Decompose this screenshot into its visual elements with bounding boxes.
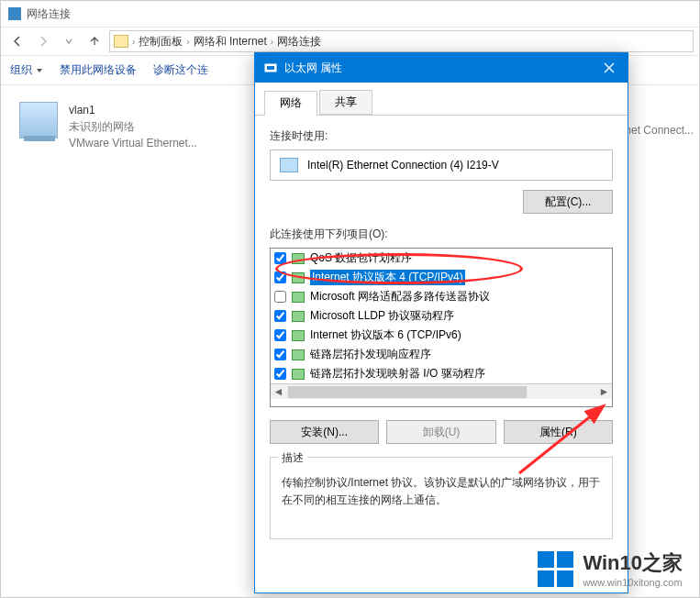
- scroll-right-button[interactable]: ►: [596, 384, 612, 400]
- watermark-url: www.win10xitong.com: [583, 577, 683, 588]
- description-text: 传输控制协议/Internet 协议。该协议是默认的广域网络协议，用于在不同的相…: [282, 474, 601, 509]
- dialog-body: 连接时使用: Intel(R) Ethernet Connection (4) …: [255, 116, 628, 552]
- item-label: Microsoft LLDP 协议驱动程序: [310, 308, 454, 324]
- configure-button[interactable]: 配置(C)...: [523, 190, 613, 214]
- list-item[interactable]: 链路层拓扑发现响应程序: [271, 345, 613, 364]
- item-label: Internet 协议版本 4 (TCP/IPv4): [310, 270, 465, 285]
- list-item[interactable]: QoS 数据包计划程序: [271, 249, 613, 268]
- item-checkbox[interactable]: [274, 291, 286, 303]
- scroll-thumb[interactable]: [288, 386, 527, 398]
- partial-text: net Connect...: [625, 124, 694, 137]
- organize-menu[interactable]: 组织: [10, 62, 43, 78]
- crumb-control-panel[interactable]: 控制面板: [139, 34, 183, 50]
- list-item[interactable]: Internet 协议版本 4 (TCP/IPv4): [271, 268, 613, 287]
- item-label: 链路层拓扑发现映射器 I/O 驱动程序: [310, 366, 485, 382]
- item-label: QoS 数据包计划程序: [310, 250, 412, 266]
- item-checkbox[interactable]: [274, 252, 286, 264]
- back-button[interactable]: [6, 30, 28, 52]
- recent-dropdown[interactable]: [58, 30, 80, 52]
- list-item[interactable]: 链路层拓扑发现映射器 I/O 驱动程序: [271, 364, 613, 383]
- item-label: 链路层拓扑发现响应程序: [310, 347, 431, 362]
- connect-using-label: 连接时使用:: [270, 128, 613, 144]
- chevron-right-icon: ›: [271, 37, 273, 47]
- description-legend: 描述: [278, 450, 307, 466]
- list-item[interactable]: Microsoft 网络适配器多路传送器协议: [271, 287, 613, 306]
- connection-name: vlan1: [69, 102, 234, 118]
- watermark: Win10之家 www.win10xitong.com: [538, 549, 683, 588]
- protocol-icon: [292, 311, 305, 322]
- connection-text: vlan1 未识别的网络 VMware Virtual Ethernet...: [69, 102, 234, 151]
- windows-logo-icon: [538, 551, 573, 587]
- connection-device: VMware Virtual Ethernet...: [69, 135, 234, 151]
- crumb-network-connections[interactable]: 网络连接: [277, 34, 321, 50]
- adapter-icon: [19, 102, 58, 138]
- item-checkbox[interactable]: [274, 349, 286, 360]
- up-button[interactable]: [83, 30, 106, 52]
- protocol-icon: [292, 292, 305, 303]
- window-titlebar: 网络连接: [1, 1, 699, 27]
- adapter-name: Intel(R) Ethernet Connection (4) I219-V: [307, 159, 499, 172]
- scroll-left-button[interactable]: ◄: [271, 384, 286, 400]
- tab-network[interactable]: 网络: [264, 91, 317, 116]
- list-item[interactable]: Microsoft LLDP 协议驱动程序: [271, 306, 613, 326]
- ethernet-properties-dialog: 以太网 属性 网络 共享 连接时使用: Intel(R) Ethernet Co…: [254, 52, 628, 593]
- chevron-right-icon: ›: [186, 37, 189, 47]
- tab-strip: 网络 共享: [255, 83, 628, 116]
- tab-sharing[interactable]: 共享: [319, 90, 372, 115]
- svg-rect-1: [267, 66, 274, 70]
- protocol-icon: [292, 369, 305, 380]
- network-icon: [8, 7, 21, 20]
- window-title: 网络连接: [27, 6, 71, 22]
- close-button[interactable]: [591, 53, 628, 83]
- protocol-icon: [292, 272, 305, 283]
- adapter-icon: [264, 61, 277, 74]
- item-label: Microsoft 网络适配器多路传送器协议: [310, 289, 490, 305]
- list-item[interactable]: Internet 协议版本 6 (TCP/IPv6): [271, 326, 613, 345]
- dialog-titlebar[interactable]: 以太网 属性: [255, 53, 628, 83]
- protocol-icon: [292, 349, 305, 360]
- breadcrumb[interactable]: › 控制面板 › 网络和 Internet › 网络连接: [109, 30, 694, 52]
- crumb-network-internet[interactable]: 网络和 Internet: [194, 34, 267, 50]
- dialog-title: 以太网 属性: [284, 61, 342, 76]
- connection-status: 未识别的网络: [69, 118, 234, 135]
- folder-icon: [114, 35, 128, 48]
- item-checkbox[interactable]: [274, 310, 286, 322]
- forward-button[interactable]: [32, 30, 54, 52]
- description-group: 描述 传输控制协议/Internet 协议。该协议是默认的广域网络协议，用于在不…: [270, 457, 613, 539]
- protocol-icon: [292, 253, 305, 264]
- diagnose-button[interactable]: 诊断这个连: [153, 62, 208, 78]
- nic-icon: [280, 158, 298, 172]
- item-checkbox[interactable]: [274, 368, 286, 380]
- protocol-icon: [292, 330, 305, 341]
- connection-item-vlan1[interactable]: vlan1 未识别的网络 VMware Virtual Ethernet...: [19, 102, 258, 151]
- network-items-listbox[interactable]: QoS 数据包计划程序Internet 协议版本 4 (TCP/IPv4)Mic…: [270, 248, 613, 407]
- items-label: 此连接使用下列项目(O):: [270, 227, 613, 242]
- uninstall-button: 卸载(U): [386, 420, 495, 444]
- properties-button[interactable]: 属性(R): [504, 420, 613, 444]
- watermark-title: Win10之家: [583, 549, 683, 577]
- item-label: Internet 协议版本 6 (TCP/IPv6): [310, 327, 461, 343]
- item-checkbox[interactable]: [274, 329, 286, 341]
- horizontal-scrollbar[interactable]: ◄ ►: [271, 383, 612, 399]
- chevron-right-icon: ›: [132, 37, 135, 47]
- item-checkbox[interactable]: [274, 271, 286, 283]
- adapter-box: Intel(R) Ethernet Connection (4) I219-V: [270, 150, 613, 181]
- install-button[interactable]: 安装(N)...: [270, 420, 379, 444]
- disable-device-button[interactable]: 禁用此网络设备: [60, 62, 137, 78]
